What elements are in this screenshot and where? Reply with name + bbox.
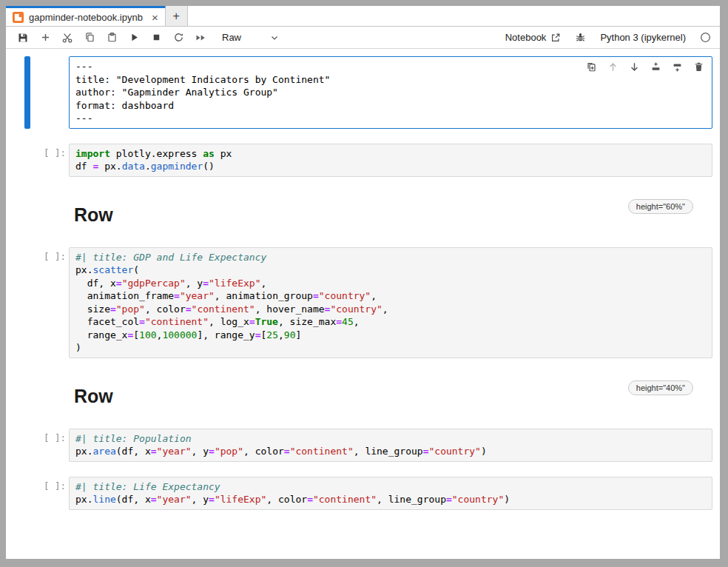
- kernel-circle-icon: [700, 32, 711, 43]
- code-line: author: "Gapminder Analytics Group": [75, 86, 706, 99]
- cell-collapser[interactable]: [24, 247, 30, 358]
- move-cell-up-button[interactable]: [607, 61, 619, 73]
- code-line: df, x="gdpPercap", y="lifeExp",: [75, 277, 706, 290]
- paste-icon: [107, 32, 118, 43]
- code-line: animation_frame="year", animation_group=…: [75, 289, 706, 303]
- move-down-icon: [629, 61, 640, 73]
- execution-prompt: [ ]:: [30, 477, 69, 510]
- code-cell: [ ]:#| title: Populationpx.area(df, x="y…: [6, 429, 712, 462]
- cut-icon: [61, 32, 73, 44]
- tab-title: gapminder-notebook.ipynb: [29, 12, 143, 23]
- notebook-view-button[interactable]: Notebook: [505, 32, 562, 43]
- external-link-icon: [550, 33, 561, 43]
- execution-prompt: [ ]:: [30, 247, 69, 358]
- execution-prompt: [ ]:: [30, 429, 69, 462]
- cell-collapser[interactable]: [24, 429, 30, 462]
- markdown-cell[interactable]: height="40%"Row: [6, 375, 712, 410]
- duplicate-icon: [586, 61, 597, 73]
- section-heading: Row: [74, 194, 712, 226]
- new-tab-button[interactable]: +: [166, 6, 188, 26]
- add-cell-button[interactable]: [34, 28, 56, 47]
- insert-cell-below-button[interactable]: [671, 61, 683, 73]
- code-line: df = px.data.gapminder(): [75, 160, 706, 173]
- duplicate-cell-button[interactable]: [585, 61, 597, 73]
- stop-icon: [151, 32, 162, 43]
- height-badge: height="40%": [628, 380, 693, 395]
- code-line: px.line(df, x="year", y="lifeExp", color…: [75, 493, 706, 506]
- chevron-down-icon: [269, 33, 280, 43]
- kernel-selector-label: Python 3 (ipykernel): [600, 32, 686, 43]
- code-line: px.scatter(: [75, 264, 706, 277]
- bug-icon: [575, 32, 586, 43]
- cell-editor[interactable]: ---title: "Development Indicators by Con…: [69, 56, 712, 129]
- jupyter-window: gapminder-notebook.ipynb × + Raw Noteboo…: [6, 6, 720, 559]
- cell-type-select[interactable]: Raw: [222, 32, 280, 43]
- code-line: px.area(df, x="year", y="pop", color="co…: [75, 445, 706, 458]
- tab-gapminder-notebook[interactable]: gapminder-notebook.ipynb ×: [6, 6, 166, 26]
- markdown-cell[interactable]: height="60%"Row: [6, 194, 712, 229]
- kernel-selector[interactable]: Python 3 (ipykernel): [600, 32, 686, 43]
- add-cell-icon: [40, 32, 51, 43]
- height-badge: height="60%": [628, 199, 693, 214]
- cut-cell-button[interactable]: [56, 28, 78, 47]
- move-up-icon: [607, 61, 619, 73]
- code-cell: [ ]:#| title: Life Expectancypx.line(df,…: [6, 477, 712, 510]
- code-line: range_x=[100,100000], range_y=[25,90]: [75, 329, 706, 342]
- desktop-frame: { "colors": { "accent": "#1976d2", "jupy…: [0, 0, 728, 567]
- code-line: #| title: Life Expectancy: [75, 480, 706, 494]
- notebook-cells: ---title: "Development Indicators by Con…: [6, 49, 720, 559]
- copy-icon: [84, 32, 95, 43]
- cell-editor[interactable]: #| title: GDP and Life Expectancypx.scat…: [69, 247, 712, 358]
- run-button[interactable]: [123, 28, 145, 47]
- toolbar-left-group: [12, 28, 212, 47]
- code-line: ---: [75, 112, 706, 125]
- cell-editor[interactable]: #| title: Populationpx.area(df, x="year"…: [69, 429, 712, 462]
- code-line: title: "Development Indicators by Contin…: [75, 73, 706, 87]
- code-cell: [ ]:#| title: GDP and Life Expectancypx.…: [6, 247, 712, 358]
- section-heading: Row: [74, 375, 712, 407]
- notebook-view-button-label: Notebook: [505, 32, 547, 43]
- save-button[interactable]: [12, 28, 34, 47]
- save-icon: [17, 32, 29, 44]
- restart-kernel-button[interactable]: [167, 28, 189, 47]
- execution-prompt: [30, 56, 69, 129]
- cell-editor[interactable]: #| title: Life Expectancypx.line(df, x="…: [69, 477, 712, 510]
- code-line: import plotly.express as px: [75, 147, 706, 161]
- code-line: #| title: GDP and Life Expectancy: [75, 251, 706, 264]
- kernel-status-indicator: [700, 32, 711, 43]
- delete-icon: [693, 61, 704, 73]
- stop-button[interactable]: [145, 28, 167, 47]
- execution-prompt: [ ]:: [30, 144, 69, 177]
- code-line: size="pop", color="continent", hover_nam…: [75, 303, 706, 316]
- notebook-toolbar: Raw NotebookPython 3 (ipykernel): [6, 27, 720, 49]
- paste-cell-button[interactable]: [101, 28, 123, 47]
- cell-collapser[interactable]: [24, 56, 30, 129]
- toolbar-right-group: NotebookPython 3 (ipykernel): [505, 32, 712, 43]
- run-icon: [129, 32, 140, 43]
- cell-collapser[interactable]: [24, 144, 30, 177]
- cell-collapser[interactable]: [24, 477, 30, 510]
- cell-type-value: Raw: [222, 32, 241, 43]
- run-all-button[interactable]: [189, 28, 212, 47]
- raw-cell: ---title: "Development Indicators by Con…: [6, 56, 712, 129]
- insert-cell-above-button[interactable]: [650, 61, 661, 73]
- tab-close-icon[interactable]: ×: [148, 12, 158, 23]
- delete-cell-button[interactable]: [692, 61, 704, 73]
- insert-above-icon: [650, 61, 661, 73]
- insert-below-icon: [672, 61, 683, 73]
- copy-cell-button[interactable]: [78, 28, 101, 47]
- code-line: facet_col="continent", log_x=True, size_…: [75, 315, 706, 329]
- cell-toolbar: [585, 61, 704, 73]
- tab-bar: gapminder-notebook.ipynb × +: [6, 6, 720, 27]
- move-cell-down-button[interactable]: [628, 61, 640, 73]
- run-all-icon: [195, 32, 206, 44]
- code-line: #| title: Population: [75, 432, 706, 446]
- restart-icon: [173, 32, 184, 43]
- cell-editor[interactable]: import plotly.express as pxdf = px.data.…: [69, 144, 712, 177]
- notebook-file-icon: [13, 12, 24, 23]
- code-cell: [ ]:import plotly.express as pxdf = px.d…: [6, 144, 712, 177]
- debugger-button[interactable]: [575, 32, 586, 43]
- code-line: format: dashboard: [75, 99, 706, 113]
- code-line: ): [75, 341, 706, 355]
